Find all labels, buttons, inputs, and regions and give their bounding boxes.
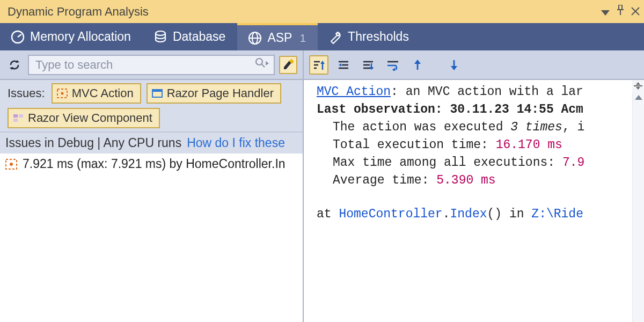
details-line-1: MVC Action: an MVC action with a lar — [317, 83, 644, 101]
indent-right-button[interactable] — [358, 55, 378, 75]
svg-marker-35 — [339, 63, 341, 67]
svg-marker-0 — [601, 10, 610, 16]
window-icon — [152, 89, 163, 98]
svg-rect-1 — [619, 5, 622, 10]
details-line-2: Last observation: 30.11.23 14:55 Acm — [317, 101, 644, 119]
target-icon — [5, 158, 17, 170]
search-row — [0, 50, 303, 80]
database-icon — [153, 30, 167, 44]
dropdown-icon[interactable] — [601, 5, 610, 19]
svg-rect-22 — [13, 114, 18, 118]
gauge-icon — [11, 30, 25, 44]
window-title: Dynamic Program Analysis — [8, 5, 601, 19]
details-line-4: Total execution time: 16.170 ms — [317, 136, 644, 154]
left-pane: Issues: MVC Action Razor Page Handler Ra… — [0, 50, 304, 322]
issue-filters: Issues: MVC Action Razor Page Handler Ra… — [0, 80, 303, 133]
filter-chip-razor-view-component[interactable]: Razor View Component — [8, 108, 160, 128]
svg-marker-44 — [414, 60, 421, 64]
body-split: Issues: MVC Action Razor Page Handler Ra… — [0, 50, 644, 322]
component-icon — [13, 114, 24, 122]
svg-point-19 — [61, 92, 63, 95]
svg-rect-24 — [13, 119, 18, 122]
tab-memory-allocation[interactable]: Memory Allocation — [0, 23, 143, 50]
pin-icon[interactable] — [616, 5, 625, 19]
tab-asp[interactable]: ASP 1 — [237, 23, 318, 50]
details-stack: at HomeController.Index() in Z:\Ride — [317, 206, 644, 223]
filter-chip-razor-page-handler[interactable]: Razor Page Handler — [147, 83, 281, 104]
svg-line-15 — [262, 64, 265, 67]
issues-header: Issues in Debug | Any CPU runs How do I … — [0, 133, 303, 153]
mvc-action-link[interactable]: MVC Action — [317, 85, 391, 99]
globe-icon — [248, 31, 262, 45]
svg-marker-49 — [636, 87, 640, 90]
tab-label: Thresholds — [348, 30, 409, 44]
scroll-up-icon[interactable] — [635, 95, 642, 100]
issue-item[interactable]: 7.921 ms (max: 7.921 ms) by HomeControll… — [0, 153, 303, 174]
close-icon[interactable] — [631, 5, 640, 19]
fix-link[interactable]: How do I fix these — [187, 136, 285, 150]
chip-label: Razor View Component — [28, 111, 152, 125]
search-input[interactable] — [35, 58, 254, 72]
chip-label: Razor Page Handler — [167, 86, 274, 100]
tab-label: ASP — [267, 31, 292, 45]
issues-header-text: Issues in Debug | Any CPU runs — [5, 136, 181, 150]
window-controls — [601, 5, 640, 19]
titlebar: Dynamic Program Analysis — [0, 0, 644, 23]
tab-label: Memory Allocation — [30, 30, 131, 44]
details-line-5: Max time among all executions: 7.9 — [317, 154, 644, 172]
wrench-icon — [328, 30, 342, 44]
svg-point-14 — [256, 58, 262, 65]
issue-details: MVC Action: an MVC action with a lar Las… — [304, 80, 644, 322]
arrow-up-button[interactable] — [408, 55, 427, 75]
svg-marker-46 — [451, 66, 457, 70]
svg-line-7 — [18, 34, 21, 37]
split-handle-icon[interactable] — [632, 80, 644, 92]
tab-thresholds[interactable]: Thresholds — [318, 23, 421, 50]
highlighter-icon — [282, 58, 295, 71]
details-toolbar — [304, 50, 644, 80]
tab-badge: 1 — [299, 32, 306, 45]
tab-database[interactable]: Database — [143, 23, 237, 50]
refresh-icon — [8, 58, 21, 72]
svg-point-8 — [156, 31, 165, 35]
highlight-toggle[interactable] — [279, 56, 297, 74]
issues-list: 7.921 ms (max: 7.921 ms) by HomeControll… — [0, 153, 303, 322]
chip-label: MVC Action — [72, 86, 134, 100]
svg-marker-30 — [320, 61, 325, 64]
details-line-3: The action was executed 3 times, i — [317, 119, 644, 136]
tab-label: Database — [173, 30, 225, 44]
svg-point-26 — [10, 163, 13, 166]
target-icon — [57, 89, 68, 98]
sort-asc-button[interactable] — [309, 55, 328, 75]
svg-marker-16 — [266, 61, 269, 65]
right-pane: MVC Action: an MVC action with a lar Las… — [304, 50, 644, 322]
svg-marker-48 — [636, 82, 640, 85]
svg-rect-23 — [19, 114, 23, 118]
issue-text: 7.921 ms (max: 7.921 ms) by HomeControll… — [23, 157, 286, 171]
filters-label: Issues: — [8, 86, 45, 100]
indent-left-button[interactable] — [334, 55, 353, 75]
search-input-wrapper — [28, 55, 275, 75]
tab-strip: Memory Allocation Database ASP 1 Thresho… — [0, 23, 644, 50]
wrap-button[interactable] — [383, 55, 402, 75]
svg-rect-21 — [152, 90, 162, 92]
arrow-down-button[interactable] — [444, 55, 464, 75]
svg-marker-42 — [392, 68, 395, 71]
filter-chip-mvc-action[interactable]: MVC Action — [52, 83, 141, 104]
search-go-icon[interactable] — [254, 57, 269, 73]
details-line-6: Average time: 5.390 ms — [317, 172, 644, 189]
refresh-button[interactable] — [5, 56, 24, 74]
vertical-scrollbar[interactable] — [632, 92, 644, 322]
